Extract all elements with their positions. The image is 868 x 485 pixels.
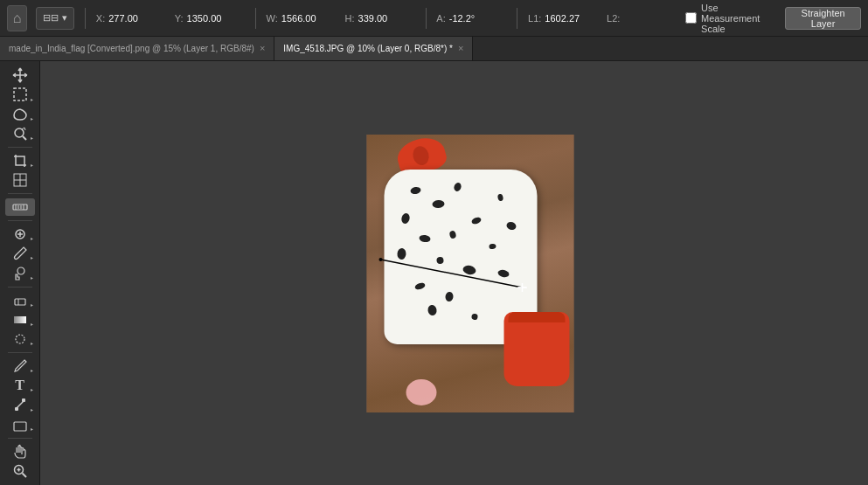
spot-16	[497, 268, 510, 278]
eraser-tool[interactable]: ▸	[5, 291, 35, 308]
gradient-tool[interactable]: ▸	[5, 311, 35, 329]
tool-selector-dropdown[interactable]: ⊟⊟ ▾	[36, 7, 74, 30]
spot-10	[462, 264, 477, 275]
toolbar-divider-3	[426, 8, 427, 29]
l2-coordinate: L2:	[607, 13, 677, 24]
svg-line-22	[22, 473, 26, 477]
svg-rect-16	[14, 316, 26, 323]
y-value: 1350.00	[187, 13, 222, 24]
pen-sub-arrow: ▸	[31, 367, 33, 373]
quick-select-tool[interactable]: ▸	[5, 125, 35, 142]
toolbar-divider-4	[517, 8, 517, 29]
svg-point-14	[17, 267, 24, 274]
image-frame	[367, 135, 574, 412]
canvas-area[interactable]	[40, 61, 868, 485]
svg-rect-18	[15, 407, 18, 411]
blur-sub-arrow: ▸	[31, 340, 33, 346]
tool-selector-arrow: ▾	[62, 12, 67, 24]
l1-value: 1602.27	[545, 13, 580, 24]
y-label: Y:	[175, 13, 184, 24]
toolbar-divider-2	[255, 8, 256, 29]
zoom-tool[interactable]	[5, 462, 35, 480]
marquee-tool[interactable]: ▸	[5, 86, 35, 103]
tool-separator-1	[8, 147, 32, 148]
crop-tool[interactable]: ▸	[5, 152, 35, 170]
hand-tool[interactable]	[5, 443, 35, 461]
l1-coordinate: L1: 1602.27	[528, 13, 598, 24]
blur-tool[interactable]: ▸	[5, 330, 35, 348]
pen-tool[interactable]: ▸	[5, 357, 35, 375]
brush-tool[interactable]: ▸	[5, 245, 35, 262]
type-sub-arrow: ▸	[31, 386, 33, 392]
svg-rect-19	[22, 398, 25, 402]
spot-14	[506, 220, 517, 231]
clone-stamp-tool[interactable]: ▸	[5, 264, 35, 281]
image-canvas	[367, 135, 574, 412]
tools-panel: ▸ ▸ ▸ ▸ ▸ ▸	[0, 61, 40, 485]
svg-rect-6	[13, 204, 27, 210]
marquee-sub-arrow: ▸	[31, 96, 33, 102]
clone-sub-arrow: ▸	[31, 274, 33, 281]
main-area: ▸ ▸ ▸ ▸ ▸ ▸	[0, 61, 868, 485]
spot-11	[414, 281, 427, 290]
x-coordinate: X: 277.00	[96, 13, 166, 24]
spot-9	[436, 256, 444, 264]
type-tool[interactable]: T ▸	[5, 377, 35, 394]
home-icon: ⌂	[13, 10, 22, 26]
spot-6	[419, 234, 431, 243]
tool-separator-3	[8, 220, 32, 221]
shapes-tool[interactable]: ▸	[5, 416, 35, 433]
main-toolbar: ⌂ ⊟⊟ ▾ X: 277.00 Y: 1350.00 W: 1566.00 H…	[0, 0, 868, 37]
tab-india-flag-close[interactable]: ×	[260, 44, 265, 53]
w-value: 1566.00	[281, 13, 316, 24]
slice-tool[interactable]	[5, 171, 35, 189]
spot-5	[471, 216, 483, 225]
x-value: 277.00	[108, 13, 138, 24]
h-value: 339.00	[358, 13, 388, 24]
healing-sub-arrow: ▸	[31, 235, 33, 241]
path-select-tool[interactable]: ▸	[5, 396, 35, 413]
pink-flower	[406, 379, 437, 405]
h-coordinate: H: 339.00	[345, 13, 415, 24]
use-measurement-scale-label[interactable]: Use Measurement Scale	[685, 3, 776, 34]
lasso-tool[interactable]: ▸	[5, 106, 35, 123]
straighten-layer-button[interactable]: Straighten Layer	[785, 7, 861, 30]
w-label: W:	[267, 13, 278, 24]
home-button[interactable]: ⌂	[7, 5, 27, 31]
spot-3	[433, 199, 446, 208]
use-measurement-scale-checkbox[interactable]	[685, 12, 697, 24]
tab-india-flag-label: made_in_India_flag [Converted].png @ 15%…	[9, 44, 254, 53]
path-sub-arrow: ▸	[31, 406, 33, 412]
tab-img4518[interactable]: IMG_4518.JPG @ 10% (Layer 0, RGB/8*) * ×	[274, 37, 473, 60]
svg-rect-15	[15, 299, 25, 305]
ruler-tool[interactable]	[5, 198, 35, 216]
type-icon: T	[15, 378, 24, 393]
spot-8	[397, 247, 406, 260]
toolbar-divider-1	[85, 8, 86, 29]
spot-12	[445, 291, 454, 301]
tabs-bar: made_in_India_flag [Converted].png @ 15%…	[0, 37, 868, 61]
move-tool[interactable]	[5, 66, 35, 84]
svg-point-1	[15, 128, 24, 137]
svg-point-17	[16, 335, 24, 343]
tab-india-flag[interactable]: made_in_India_flag [Converted].png @ 15%…	[0, 37, 274, 60]
spot-7	[449, 230, 457, 239]
canvas-content	[367, 135, 574, 412]
quick-select-sub-arrow: ▸	[31, 135, 33, 141]
eraser-sub-arrow: ▸	[31, 301, 33, 308]
spot-15	[490, 243, 497, 249]
gradient-sub-arrow: ▸	[31, 321, 33, 327]
tab-img4518-close[interactable]: ×	[458, 44, 463, 53]
l2-label: L2:	[607, 13, 620, 24]
tool-separator-2	[8, 193, 32, 194]
a-label: A:	[436, 13, 445, 24]
healing-brush-tool[interactable]: ▸	[5, 225, 35, 243]
y-coordinate: Y: 1350.00	[175, 13, 245, 24]
tab-img4518-label: IMG_4518.JPG @ 10% (Layer 0, RGB/8*) *	[283, 44, 453, 53]
tool-separator-5	[8, 352, 32, 353]
svg-line-2	[23, 136, 26, 140]
x-label: X:	[96, 13, 105, 24]
spot-13	[497, 193, 504, 201]
red-shorts	[504, 312, 570, 386]
spot-2	[453, 181, 462, 191]
